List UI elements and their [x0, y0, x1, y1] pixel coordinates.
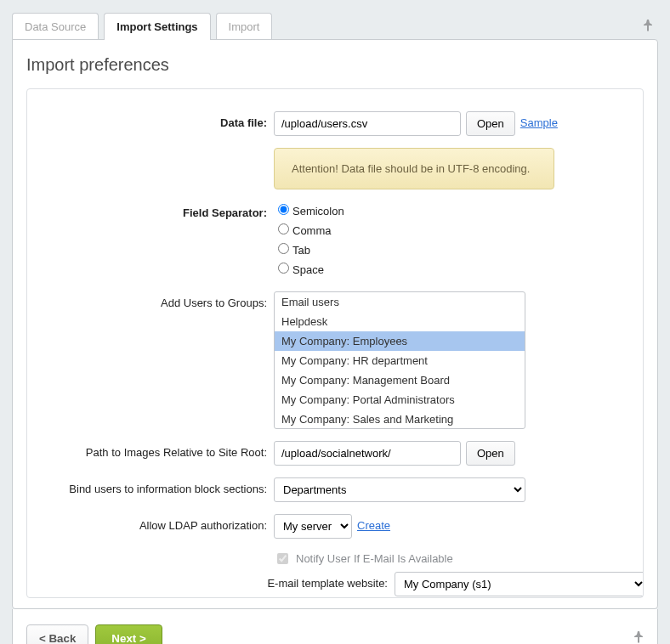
label-add-users-groups: Add Users to Groups:	[44, 291, 267, 309]
data-file-input[interactable]	[274, 111, 461, 136]
tab-import[interactable]: Import	[216, 13, 273, 40]
list-item[interactable]: My Company: HR department	[275, 351, 525, 370]
images-path-input[interactable]	[274, 441, 461, 466]
bind-sections-select[interactable]: Departments	[274, 477, 525, 502]
radio-tab[interactable]: Tab	[274, 240, 344, 257]
notify-checkbox	[277, 553, 288, 564]
label-data-file: Data file:	[44, 111, 267, 129]
next-button[interactable]: Next >	[95, 624, 162, 644]
import-preferences-panel: Import preferences Data file: Open Sampl…	[12, 39, 658, 609]
tab-import-settings[interactable]: Import Settings	[104, 13, 210, 40]
create-ldap-link[interactable]: Create	[357, 514, 390, 532]
list-item[interactable]: My Company: Management Board	[275, 370, 525, 390]
radio-space[interactable]: Space	[274, 260, 344, 276]
open-images-path-button[interactable]: Open	[466, 441, 515, 466]
open-data-file-button[interactable]: Open	[466, 111, 515, 136]
list-item[interactable]: My Company: Employees	[275, 331, 525, 351]
ldap-server-select[interactable]: My server	[274, 514, 352, 539]
notify-label: Notify User If E-Mail Is Available	[296, 552, 453, 565]
sample-link[interactable]: Sample	[520, 111, 558, 129]
label-bind-sections: Bind users to information block sections…	[44, 477, 267, 495]
label-field-separator: Field Separator:	[44, 201, 267, 219]
label-images-path: Path to Images Relative to Site Root:	[44, 441, 267, 459]
footer-pin-icon[interactable]	[633, 631, 644, 644]
tab-data-source[interactable]: Data Source	[12, 13, 99, 40]
label-allow-ldap: Allow LDAP authorization:	[44, 514, 267, 532]
separator-radio-group: Semicolon Comma Tab Space	[274, 201, 344, 280]
list-item[interactable]: Email users	[275, 292, 525, 312]
list-item[interactable]: My Company: Portal Administrators	[275, 390, 525, 410]
radio-comma[interactable]: Comma	[274, 221, 344, 237]
tab-bar: Data Source Import Settings Import	[0, 0, 670, 40]
radio-semicolon[interactable]: Semicolon	[274, 201, 344, 217]
encoding-notice: Attention! Data file should be in UTF-8 …	[274, 148, 554, 189]
list-item[interactable]: My Company: Sales and Marketing	[275, 410, 525, 429]
panel-title: Import preferences	[26, 55, 644, 75]
list-item[interactable]: Helpdesk	[275, 312, 525, 331]
pin-icon[interactable]	[643, 20, 658, 34]
footer-bar: < Back Next >	[12, 609, 658, 644]
label-email-template: E-mail template website:	[44, 572, 388, 590]
email-template-select[interactable]: My Company (s1)	[395, 572, 644, 596]
groups-listbox[interactable]: Email usersHelpdeskMy Company: Employees…	[274, 291, 525, 429]
back-button[interactable]: < Back	[26, 624, 88, 644]
